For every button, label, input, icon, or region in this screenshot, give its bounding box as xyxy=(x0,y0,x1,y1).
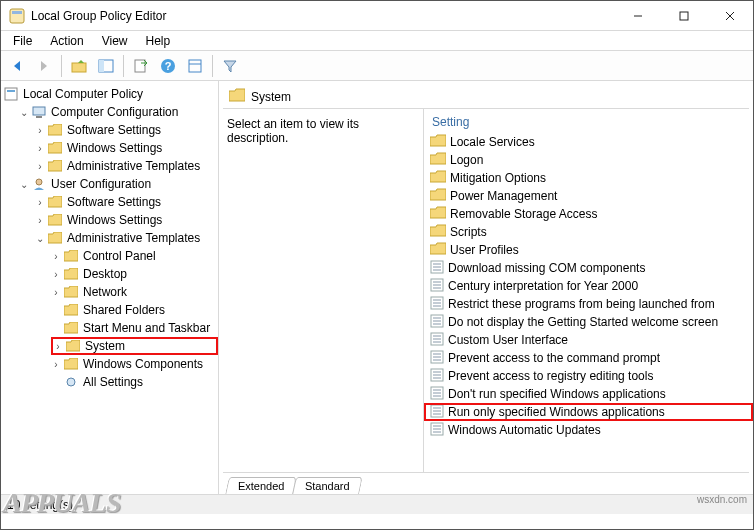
svg-rect-17 xyxy=(36,116,42,118)
policy-icon xyxy=(3,87,19,101)
forward-button[interactable] xyxy=(32,54,56,78)
tree-pane[interactable]: Local Computer Policy ⌄ Computer Configu… xyxy=(1,81,219,494)
folder-icon xyxy=(47,142,63,154)
computer-icon xyxy=(31,105,47,119)
status-text: 10 setting(s) xyxy=(7,498,73,512)
item-label: User Profiles xyxy=(450,243,519,257)
folder-icon xyxy=(63,286,79,298)
tree-root[interactable]: Local Computer Policy xyxy=(3,85,218,103)
export-button[interactable] xyxy=(129,54,153,78)
menu-file[interactable]: File xyxy=(5,32,40,50)
setting-folder-item[interactable]: Power Management xyxy=(424,187,753,205)
folder-icon xyxy=(430,170,446,186)
folder-icon xyxy=(430,152,446,168)
properties-button[interactable] xyxy=(183,54,207,78)
folder-icon xyxy=(47,196,63,208)
help-button[interactable]: ? xyxy=(156,54,180,78)
tree-cc-windows-settings[interactable]: ›Windows Settings xyxy=(35,139,218,157)
caret-down-icon: ⌄ xyxy=(19,107,29,118)
setting-item[interactable]: Don't run specified Windows applications xyxy=(424,385,753,403)
close-button[interactable] xyxy=(707,1,753,30)
tree-start-menu[interactable]: Start Menu and Taskbar xyxy=(51,319,218,337)
setting-item[interactable]: Custom User Interface xyxy=(424,331,753,349)
caret-down-icon: ⌄ xyxy=(19,179,29,190)
svg-rect-12 xyxy=(189,60,201,72)
tabs-row: Extended Standard xyxy=(223,472,749,494)
caret-right-icon: › xyxy=(51,251,61,262)
up-button[interactable] xyxy=(67,54,91,78)
setting-item[interactable]: Run only specified Windows applications xyxy=(424,403,753,421)
tree-cc-software-settings[interactable]: ›Software Settings xyxy=(35,121,218,139)
setting-item[interactable]: Restrict these programs from being launc… xyxy=(424,295,753,313)
svg-point-19 xyxy=(67,378,75,386)
description-column: Select an item to view its description. xyxy=(219,109,424,472)
tab-extended[interactable]: Extended xyxy=(225,477,297,494)
setting-icon xyxy=(430,350,444,367)
tree-computer-configuration[interactable]: ⌄ Computer Configuration xyxy=(19,103,218,121)
item-label: Restrict these programs from being launc… xyxy=(448,297,715,311)
setting-item[interactable]: Do not display the Getting Started welco… xyxy=(424,313,753,331)
setting-folder-item[interactable]: Locale Services xyxy=(424,133,753,151)
tree-uc-windows-settings[interactable]: ›Windows Settings xyxy=(35,211,218,229)
tree-shared-folders[interactable]: Shared Folders xyxy=(51,301,218,319)
folder-icon xyxy=(430,134,446,150)
setting-item[interactable]: Century interpretation for Year 2000 xyxy=(424,277,753,295)
setting-icon xyxy=(430,296,444,313)
tree-uc-software-settings[interactable]: ›Software Settings xyxy=(35,193,218,211)
setting-folder-item[interactable]: Logon xyxy=(424,151,753,169)
tree-user-configuration[interactable]: ⌄ User Configuration xyxy=(19,175,218,193)
tree-windows-components[interactable]: ›Windows Components xyxy=(51,355,218,373)
item-label: Prevent access to the command prompt xyxy=(448,351,660,365)
caret-right-icon: › xyxy=(35,197,45,208)
setting-icon xyxy=(430,332,444,349)
setting-folder-item[interactable]: User Profiles xyxy=(424,241,753,259)
back-button[interactable] xyxy=(5,54,29,78)
svg-rect-6 xyxy=(72,63,86,72)
tree-uc-admin-templates[interactable]: ⌄Administrative Templates xyxy=(35,229,218,247)
setting-item[interactable]: Prevent access to the command prompt xyxy=(424,349,753,367)
caret-right-icon: › xyxy=(51,269,61,280)
minimize-button[interactable] xyxy=(615,1,661,30)
item-label: Scripts xyxy=(450,225,487,239)
setting-item[interactable]: Download missing COM components xyxy=(424,259,753,277)
setting-folder-item[interactable]: Scripts xyxy=(424,223,753,241)
tree-cc-admin-templates[interactable]: ›Administrative Templates xyxy=(35,157,218,175)
user-icon xyxy=(31,177,47,191)
menu-view[interactable]: View xyxy=(94,32,136,50)
svg-rect-14 xyxy=(5,88,17,100)
setting-icon xyxy=(430,368,444,385)
setting-folder-item[interactable]: Removable Storage Access xyxy=(424,205,753,223)
caret-right-icon: › xyxy=(35,125,45,136)
svg-text:?: ? xyxy=(165,60,172,72)
item-label: Don't run specified Windows applications xyxy=(448,387,666,401)
setting-icon xyxy=(430,404,444,421)
setting-folder-item[interactable]: Mitigation Options xyxy=(424,169,753,187)
folder-icon xyxy=(63,268,79,280)
menu-action[interactable]: Action xyxy=(42,32,91,50)
tree-system[interactable]: ›System xyxy=(51,337,218,355)
right-header-title: System xyxy=(251,90,291,104)
toolbar: ? xyxy=(1,51,753,81)
tree-network[interactable]: ›Network xyxy=(51,283,218,301)
column-header-setting[interactable]: Setting xyxy=(424,109,753,133)
tree-desktop[interactable]: ›Desktop xyxy=(51,265,218,283)
caret-right-icon: › xyxy=(51,287,61,298)
tab-standard[interactable]: Standard xyxy=(293,477,363,494)
maximize-button[interactable] xyxy=(661,1,707,30)
folder-icon xyxy=(47,214,63,226)
item-label: Run only specified Windows applications xyxy=(448,405,665,419)
filter-button[interactable] xyxy=(218,54,242,78)
tree-all-settings[interactable]: All Settings xyxy=(51,373,218,391)
menu-help[interactable]: Help xyxy=(138,32,179,50)
caret-right-icon: › xyxy=(35,143,45,154)
tree-control-panel[interactable]: ›Control Panel xyxy=(51,247,218,265)
setting-item[interactable]: Prevent access to registry editing tools xyxy=(424,367,753,385)
caret-right-icon: › xyxy=(35,161,45,172)
svg-rect-9 xyxy=(135,60,145,72)
svg-rect-3 xyxy=(680,12,688,20)
show-hide-tree-button[interactable] xyxy=(94,54,118,78)
settings-column[interactable]: Setting Locale ServicesLogonMitigation O… xyxy=(424,109,753,472)
settings-icon xyxy=(63,375,79,389)
setting-item[interactable]: Windows Automatic Updates xyxy=(424,421,753,439)
svg-rect-8 xyxy=(99,60,104,72)
